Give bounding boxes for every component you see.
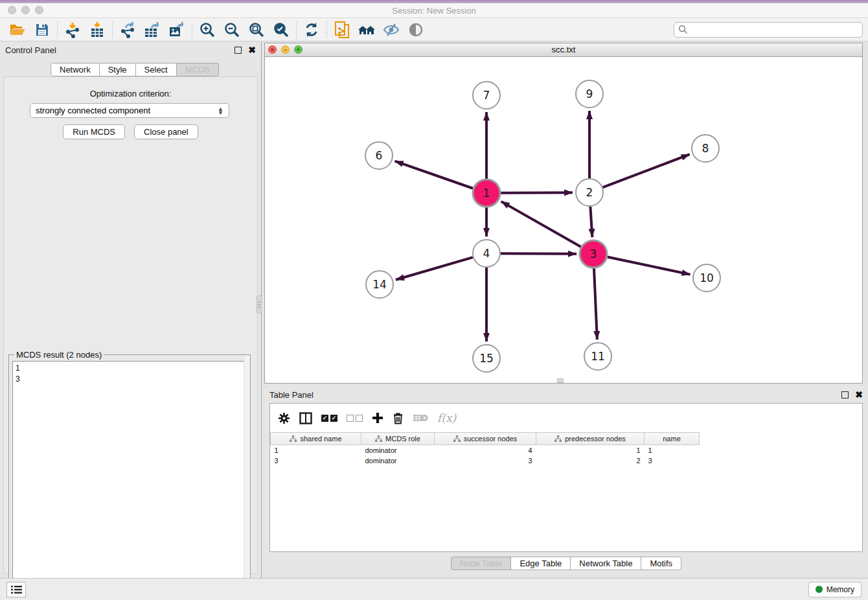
- close-window-button[interactable]: [8, 6, 16, 14]
- tab-edge-table[interactable]: Edge Table: [511, 557, 571, 570]
- zoom-out-button[interactable]: [220, 20, 244, 40]
- delete-column-button[interactable]: [393, 412, 404, 424]
- tab-motifs[interactable]: Motifs: [641, 557, 681, 570]
- status-bar: Memory: [0, 578, 868, 600]
- network-close-button[interactable]: ×: [268, 45, 277, 54]
- column-header-name[interactable]: name: [645, 433, 700, 445]
- graph-node-11[interactable]: 11: [584, 343, 611, 370]
- deselect-all-columns-button[interactable]: [347, 415, 363, 422]
- table-row[interactable]: 3 dominator 3 2 3: [271, 456, 700, 466]
- column-header-successor-nodes[interactable]: successor nodes: [435, 433, 536, 445]
- optimization-criterion-dropdown[interactable]: strongly connected component ▲▼: [30, 103, 229, 118]
- export-network-button[interactable]: [115, 20, 140, 40]
- create-column-button[interactable]: [372, 412, 383, 424]
- trash-icon: [393, 412, 404, 424]
- column-header-predecessor-nodes[interactable]: predecessor nodes: [536, 433, 645, 445]
- graph-edge-3-11[interactable]: [594, 268, 597, 340]
- network-graph-canvas[interactable]: 7968124314101511: [265, 57, 862, 383]
- graph-node-2[interactable]: 2: [576, 179, 603, 206]
- hide-graphics-details-button[interactable]: [379, 20, 404, 40]
- svg-text:3: 3: [590, 248, 597, 260]
- zoom-in-button[interactable]: [195, 20, 220, 40]
- tab-mcds[interactable]: MCDS: [177, 63, 219, 76]
- zoom-fit-icon: [248, 21, 265, 38]
- graph-edge-3-10[interactable]: [608, 257, 691, 275]
- network-minimize-button[interactable]: −: [281, 45, 290, 54]
- open-folder-icon: [9, 23, 26, 37]
- tab-network-table[interactable]: Network Table: [571, 557, 641, 570]
- refresh-button[interactable]: [299, 20, 324, 40]
- zoom-selected-icon: [273, 21, 290, 38]
- graph-node-1[interactable]: 1: [473, 179, 500, 207]
- memory-button[interactable]: Memory: [808, 582, 862, 597]
- double-home-icon: [357, 22, 376, 38]
- app-window-controls[interactable]: [8, 6, 43, 14]
- close-panel-button[interactable]: Close panel: [134, 124, 198, 139]
- import-table-button[interactable]: [85, 20, 109, 40]
- tab-style[interactable]: Style: [100, 63, 136, 76]
- graph-edge-1-6[interactable]: [395, 161, 474, 189]
- toolbar-separator: [112, 21, 113, 38]
- graph-node-10[interactable]: 10: [693, 264, 720, 292]
- network-maximize-button[interactable]: +: [294, 45, 303, 54]
- graph-node-15[interactable]: 15: [473, 345, 500, 372]
- column-type-icon: [375, 435, 382, 443]
- memory-status-icon: [816, 586, 823, 593]
- run-mcds-button[interactable]: Run MCDS: [63, 124, 125, 139]
- column-header-shared-name[interactable]: shared name: [271, 433, 361, 445]
- zoom-selected-button[interactable]: [269, 20, 293, 40]
- graph-node-14[interactable]: 14: [366, 271, 393, 298]
- graph-node-8[interactable]: 8: [692, 135, 719, 162]
- double-home-button[interactable]: [354, 20, 379, 40]
- import-network-button[interactable]: [60, 20, 85, 40]
- clone-network-button[interactable]: [330, 20, 354, 40]
- graph-edge-2-3[interactable]: [590, 207, 592, 237]
- float-table-panel-icon[interactable]: [841, 391, 849, 398]
- zoom-out-icon: [223, 21, 240, 38]
- graph-edge-2-8[interactable]: [603, 154, 690, 187]
- tab-node-table[interactable]: Node Table: [451, 557, 512, 570]
- export-table-button[interactable]: [140, 20, 165, 40]
- export-image-button[interactable]: [165, 20, 189, 40]
- tab-network[interactable]: Network: [51, 63, 100, 76]
- show-graphics-details-button[interactable]: [404, 20, 428, 40]
- tab-select[interactable]: Select: [136, 63, 177, 76]
- eye-icon: [407, 22, 424, 38]
- open-session-button[interactable]: [5, 20, 30, 40]
- graph-edge-4-3[interactable]: [501, 253, 577, 254]
- search-field[interactable]: [674, 22, 863, 38]
- column-header-mcds-role[interactable]: MCDS role: [361, 433, 435, 445]
- mcds-result-scrollbar[interactable]: [244, 355, 250, 599]
- task-history-button[interactable]: [6, 582, 26, 597]
- graph-node-7[interactable]: 7: [473, 82, 500, 109]
- graph-node-6[interactable]: 6: [365, 142, 393, 169]
- graph-node-3[interactable]: 3: [580, 240, 607, 268]
- network-window-titlebar[interactable]: × − + scc.txt: [265, 43, 862, 57]
- show-columns-button[interactable]: [299, 412, 312, 424]
- select-all-columns-button[interactable]: ✓ ✓: [321, 415, 337, 422]
- graph-edge-1-2[interactable]: [501, 192, 573, 193]
- dropdown-chevrons-icon: ▲▼: [218, 107, 223, 115]
- table-settings-button[interactable]: [278, 412, 290, 424]
- save-session-button[interactable]: [30, 20, 54, 40]
- canvas-resize-handle[interactable]: [557, 378, 564, 383]
- mcds-result-group: MCDS result (2 nodes) 1 3: [8, 354, 251, 599]
- zoom-fit-button[interactable]: [244, 20, 269, 40]
- graph-edge-4-14[interactable]: [396, 257, 473, 280]
- cell-predecessor-nodes: 1: [536, 445, 645, 456]
- panel-splitter-handle[interactable]: [257, 295, 262, 314]
- table-header-row: shared name MCDS role successor nodes pr…: [271, 433, 700, 445]
- table-row[interactable]: 1 dominator 4 1 1: [271, 445, 700, 456]
- mcds-result-text[interactable]: 1 3: [12, 361, 247, 595]
- search-input[interactable]: [691, 25, 858, 34]
- toolbar-separator: [57, 21, 58, 38]
- cell-predecessor-nodes: 2: [536, 456, 645, 466]
- graph-edge-3-1[interactable]: [501, 202, 581, 247]
- graph-node-9[interactable]: 9: [576, 80, 603, 108]
- zoom-window-button[interactable]: [35, 6, 43, 14]
- close-table-panel-icon[interactable]: ✖: [855, 390, 863, 399]
- float-panel-icon[interactable]: [234, 47, 242, 54]
- graph-node-4[interactable]: 4: [473, 240, 500, 267]
- close-panel-icon[interactable]: ✖: [248, 45, 256, 54]
- minimize-window-button[interactable]: [21, 6, 30, 14]
